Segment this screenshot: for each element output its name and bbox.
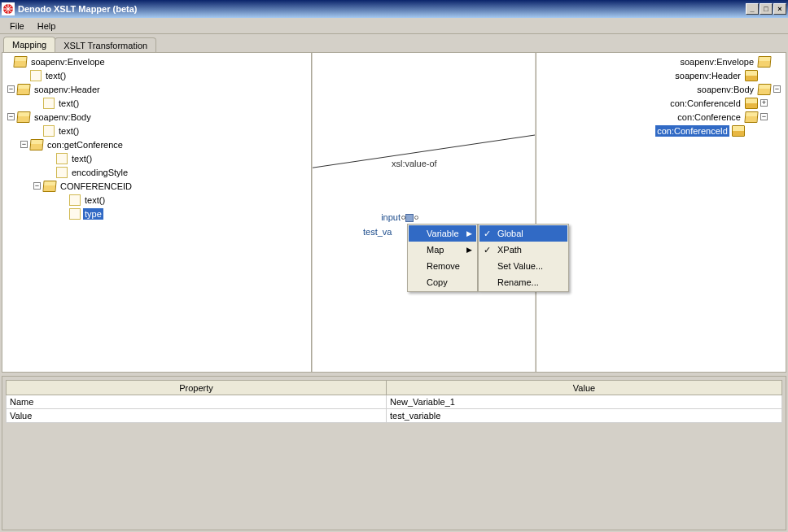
leaf-icon (43, 98, 55, 109)
leaf-icon (56, 167, 68, 178)
submenu-arrow-icon: ▶ (466, 246, 472, 254)
leaf-icon (69, 194, 81, 206)
folder-open-icon (42, 181, 56, 192)
target-tree[interactable]: soapenv:Envelope soapenv:Header soapenv:… (536, 53, 786, 139)
close-button[interactable]: × (773, 3, 786, 15)
property-panel: Property Value Name New_Variable_1 Value… (2, 376, 786, 530)
minimize-button[interactable]: _ (746, 3, 759, 15)
tree-node[interactable]: text() (4, 151, 309, 165)
menu-item-variable[interactable]: Variable▶ (409, 225, 476, 242)
expander-icon[interactable]: − (760, 113, 768, 120)
context-submenu: ✓Global ✓XPath Set Value... Rename... (478, 224, 569, 292)
property-table: Property Value Name New_Variable_1 Value… (6, 380, 782, 423)
tree-node[interactable]: text() (4, 68, 309, 82)
folder-closed-icon (732, 125, 745, 137)
folder-closed-icon (745, 70, 758, 81)
expander-icon[interactable]: − (7, 85, 15, 93)
col-property[interactable]: Property (7, 381, 387, 395)
menu-item-map[interactable]: Map▶ (409, 242, 476, 258)
col-value[interactable]: Value (386, 381, 781, 395)
context-menu: Variable▶ Map▶ Remove Copy (407, 224, 478, 292)
check-icon: ✓ (484, 245, 491, 255)
submenu-arrow-icon: ▶ (466, 229, 472, 238)
folder-closed-icon (745, 98, 758, 109)
tree-node[interactable]: −CONFERENCEID (4, 179, 309, 193)
maximize-button[interactable]: □ (760, 3, 773, 15)
expander-icon[interactable]: − (33, 182, 41, 190)
tree-node[interactable]: con:Conference− (538, 110, 784, 124)
tree-node[interactable]: soapenv:Body− (538, 82, 784, 96)
expander-icon[interactable]: − (7, 113, 15, 120)
tree-node[interactable]: text() (4, 124, 309, 137)
titlebar: Denodo XSLT Mapper (beta) _ □ × (0, 0, 788, 18)
target-tree-panel: soapenv:Envelope soapenv:Header soapenv:… (536, 53, 786, 372)
menu-item-remove[interactable]: Remove (409, 258, 476, 274)
folder-open-icon (744, 111, 758, 123)
leaf-icon (43, 125, 55, 137)
check-icon: ✓ (484, 229, 491, 239)
node-port[interactable] (414, 216, 418, 220)
tree-node[interactable]: con:ConferenceId+ (538, 96, 784, 110)
tree-node[interactable]: −con:getConference (4, 137, 309, 151)
folder-open-icon (757, 56, 771, 68)
menu-help[interactable]: Help (31, 20, 63, 33)
tree-node[interactable]: text() (4, 96, 309, 110)
menu-item-rename[interactable]: Rename... (479, 274, 567, 290)
menubar: File Help (0, 18, 788, 34)
selected-tree-item: type (83, 208, 103, 220)
tree-node[interactable]: soapenv:Header (538, 68, 784, 82)
folder-open-icon (29, 139, 43, 150)
app-icon (2, 2, 15, 15)
expander-icon[interactable]: − (773, 85, 781, 93)
leaf-icon (69, 208, 81, 220)
tree-node[interactable]: soapenv:Envelope (538, 55, 784, 68)
edge-label: xsl:value-of (392, 159, 437, 168)
source-tree[interactable]: soapenv:Envelope text() −soapenv:Header … (2, 53, 311, 222)
folder-open-icon (16, 84, 30, 95)
table-row[interactable]: Value test_variable (7, 409, 782, 423)
table-row[interactable]: Name New_Variable_1 (7, 395, 782, 409)
mapping-edges (313, 53, 535, 372)
var-node-label: test_va (363, 227, 392, 237)
selected-tree-item: con:ConferenceId (655, 125, 729, 137)
menu-item-global[interactable]: ✓Global (479, 225, 567, 242)
menu-item-xpath[interactable]: ✓XPath (479, 242, 567, 258)
tree-node[interactable]: −soapenv:Body (4, 110, 309, 124)
menu-item-set-value[interactable]: Set Value... (479, 258, 567, 274)
window-controls: _ □ × (746, 3, 786, 15)
expander-icon[interactable]: + (760, 99, 768, 107)
tree-node[interactable]: encodingStyle (4, 165, 309, 179)
menu-file[interactable]: File (3, 20, 31, 33)
tree-node[interactable]: text() (4, 193, 309, 207)
expander-icon[interactable]: − (20, 141, 28, 148)
tree-node[interactable]: −soapenv:Header (4, 82, 309, 96)
var-node-label: input (376, 212, 401, 222)
tab-mapping[interactable]: Mapping (3, 37, 55, 52)
tab-xslt[interactable]: XSLT Transformation (55, 37, 156, 53)
var-node[interactable] (405, 214, 414, 222)
window-title: Denodo XSLT Mapper (beta) (18, 4, 746, 14)
leaf-icon (30, 70, 42, 81)
folder-open-icon (13, 56, 27, 68)
tree-node[interactable]: con:ConferenceId (538, 124, 784, 137)
tree-node[interactable]: type (4, 207, 309, 220)
mapping-canvas[interactable]: xsl:value-of input test_va (313, 53, 535, 372)
menu-item-copy[interactable]: Copy (409, 274, 476, 290)
tree-node[interactable]: soapenv:Envelope (4, 55, 309, 68)
main-area: soapenv:Envelope text() −soapenv:Header … (2, 52, 786, 373)
source-tree-panel: soapenv:Envelope text() −soapenv:Header … (2, 53, 312, 372)
folder-open-icon (16, 111, 30, 123)
folder-open-icon (757, 84, 771, 95)
tabstrip: Mapping XSLT Transformation (0, 34, 788, 52)
leaf-icon (56, 153, 68, 164)
